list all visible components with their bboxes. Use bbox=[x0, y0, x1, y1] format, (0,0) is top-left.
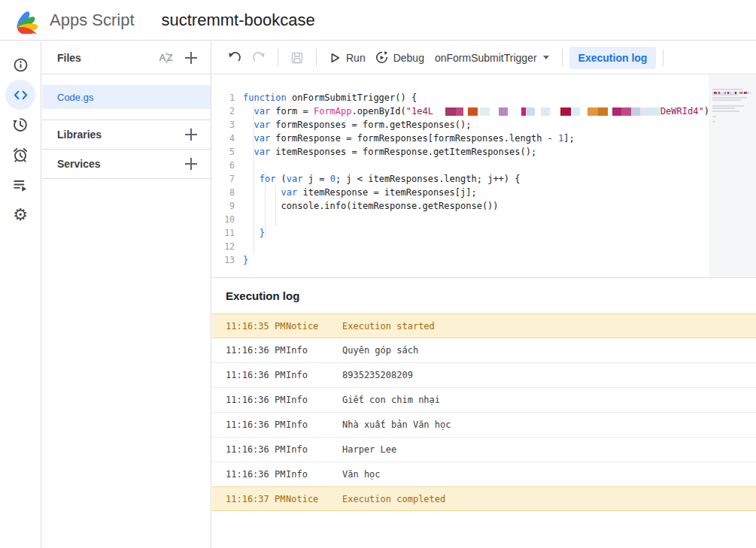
code-line[interactable]: 1function onFormSubmitTrigger() { bbox=[212, 91, 756, 104]
code-icon bbox=[13, 87, 29, 103]
redo-button[interactable] bbox=[247, 47, 271, 68]
log-message: Giết con chim nhại bbox=[342, 395, 756, 405]
files-panel: Files ▲AZ▼ Code.gs Libraries Services bbox=[42, 41, 211, 548]
log-timestamp: 11:16:36 PM bbox=[212, 444, 286, 455]
section-services: Services bbox=[42, 149, 211, 178]
log-row: 11:16:36 PMInfo8935235208209 bbox=[212, 363, 756, 388]
alarm-clock-icon bbox=[12, 147, 29, 163]
rail-item-overview[interactable] bbox=[5, 50, 35, 80]
line-content: console.info(itemResponse.getResponse()) bbox=[235, 199, 499, 213]
line-number: 10 bbox=[212, 213, 235, 226]
log-level: Notice bbox=[286, 321, 342, 332]
code-line[interactable]: 8 var itemResponse = itemResponses[j]; bbox=[212, 186, 756, 199]
rail-item-settings[interactable]: ⚙ bbox=[5, 200, 35, 230]
log-timestamp: 11:16:35 PM bbox=[212, 321, 286, 332]
line-content bbox=[235, 240, 243, 253]
code-line[interactable]: 6 bbox=[212, 159, 756, 172]
run-button[interactable]: Run bbox=[323, 48, 370, 68]
redacted-form-id bbox=[433, 107, 660, 116]
code-line[interactable]: 12 bbox=[212, 240, 756, 253]
line-content bbox=[235, 159, 243, 172]
rail-item-executions[interactable] bbox=[5, 170, 35, 200]
info-icon bbox=[13, 57, 29, 73]
file-item-code-gs[interactable]: Code.gs bbox=[42, 85, 211, 109]
line-number: 5 bbox=[212, 145, 235, 159]
project-title[interactable]: suctremmt-bookcase bbox=[162, 11, 315, 30]
code-editor[interactable]: 1function onFormSubmitTrigger() {2 var f… bbox=[212, 75, 756, 277]
run-play-icon bbox=[328, 51, 342, 65]
line-content: var formResponses = form.getResponses(); bbox=[235, 118, 471, 132]
line-number: 3 bbox=[212, 118, 235, 132]
log-row: 11:16:36 PMInfoNhà xuất bản Văn học bbox=[212, 413, 756, 437]
log-timestamp: 11:16:36 PM bbox=[212, 469, 286, 480]
log-message: Harper Lee bbox=[342, 444, 756, 455]
files-panel-title: Files bbox=[57, 52, 156, 64]
run-label: Run bbox=[346, 52, 366, 64]
undo-button[interactable] bbox=[223, 47, 247, 68]
code-line[interactable]: 13} bbox=[212, 253, 756, 267]
log-row: 11:16:36 PMInfoGiết con chim nhại bbox=[212, 388, 756, 413]
line-number: 2 bbox=[212, 104, 235, 118]
file-item-label: Code.gs bbox=[57, 92, 93, 103]
line-content: var form = FormApp.openById("1e4LDeWRId4… bbox=[235, 104, 715, 118]
log-timestamp: 11:16:36 PM bbox=[212, 419, 286, 430]
save-button[interactable] bbox=[285, 47, 309, 68]
redo-icon bbox=[251, 50, 266, 65]
log-level: Info bbox=[286, 419, 342, 430]
rail-item-editor[interactable] bbox=[5, 80, 35, 110]
log-timestamp: 11:16:37 PM bbox=[212, 494, 286, 504]
rail-item-project-history[interactable] bbox=[5, 110, 35, 140]
rail-item-triggers[interactable] bbox=[5, 140, 35, 170]
add-file-button[interactable] bbox=[182, 49, 200, 67]
log-level: Info bbox=[286, 345, 342, 356]
code-line[interactable]: 2 var form = FormApp.openById("1e4LDeWRI… bbox=[212, 104, 756, 118]
line-content: } bbox=[235, 253, 248, 267]
log-timestamp: 11:16:36 PM bbox=[212, 370, 286, 380]
line-number: 9 bbox=[212, 199, 235, 213]
code-line[interactable]: 9 console.info(itemResponse.getResponse(… bbox=[212, 199, 756, 213]
line-content bbox=[235, 213, 243, 226]
app-name[interactable]: Apps Script bbox=[50, 11, 135, 30]
code-line[interactable]: 4 var formResponse = formResponses[formR… bbox=[212, 132, 756, 145]
executions-icon bbox=[12, 177, 29, 193]
log-message: 8935235208209 bbox=[342, 370, 756, 380]
add-service-button[interactable] bbox=[182, 155, 200, 173]
editor-minimap[interactable] bbox=[709, 75, 756, 277]
line-content: var itemResponse = itemResponses[j]; bbox=[235, 186, 477, 199]
line-content: var formResponse = formResponses[formRes… bbox=[235, 132, 575, 145]
sort-az-icon[interactable]: ▲AZ▼ bbox=[156, 50, 176, 65]
undo-icon bbox=[227, 50, 242, 65]
log-level: Info bbox=[286, 469, 342, 480]
line-number: 1 bbox=[212, 91, 235, 104]
line-number: 8 bbox=[212, 186, 235, 199]
log-level: Info bbox=[286, 370, 342, 380]
log-row: 11:16:37 PMNoticeExecution completed bbox=[212, 486, 756, 511]
code-line[interactable]: 3 var formResponses = form.getResponses(… bbox=[212, 118, 756, 132]
left-nav-rail: ⚙ bbox=[0, 41, 41, 548]
line-number: 12 bbox=[212, 240, 235, 253]
function-selector-dropdown[interactable]: onFormSubmitTrigger bbox=[429, 49, 555, 67]
line-number: 7 bbox=[212, 172, 235, 186]
line-number: 6 bbox=[212, 159, 235, 172]
log-message: Execution started bbox=[342, 321, 756, 332]
log-level: Info bbox=[286, 395, 342, 405]
debug-button[interactable]: Debug bbox=[370, 47, 429, 68]
log-level: Info bbox=[286, 444, 342, 455]
execution-log-button[interactable]: Execution log bbox=[569, 47, 657, 69]
code-line[interactable]: 5 var itemResponses = formResponse.getIt… bbox=[212, 145, 756, 159]
code-line[interactable]: 10 bbox=[212, 213, 756, 226]
line-content: function onFormSubmitTrigger() { bbox=[235, 91, 417, 104]
log-timestamp: 11:16:36 PM bbox=[212, 395, 286, 405]
line-content: } bbox=[235, 226, 265, 240]
line-number: 13 bbox=[212, 253, 235, 267]
execution-log-panel: Execution log 11:16:35 PMNoticeExecution… bbox=[212, 277, 756, 548]
line-number: 11 bbox=[212, 226, 235, 240]
execution-log-title: Execution log bbox=[212, 278, 756, 314]
code-line[interactable]: 11 } bbox=[212, 226, 756, 240]
log-message: Quyên góp sách bbox=[342, 345, 756, 356]
add-library-button[interactable] bbox=[182, 126, 200, 144]
log-row: 11:16:36 PMInfoVăn học bbox=[212, 462, 756, 487]
indent-guide bbox=[275, 186, 276, 226]
line-content: var itemResponses = formResponse.getItem… bbox=[235, 145, 536, 159]
code-line[interactable]: 7 for (var j = 0; j < itemResponses.leng… bbox=[212, 172, 756, 186]
